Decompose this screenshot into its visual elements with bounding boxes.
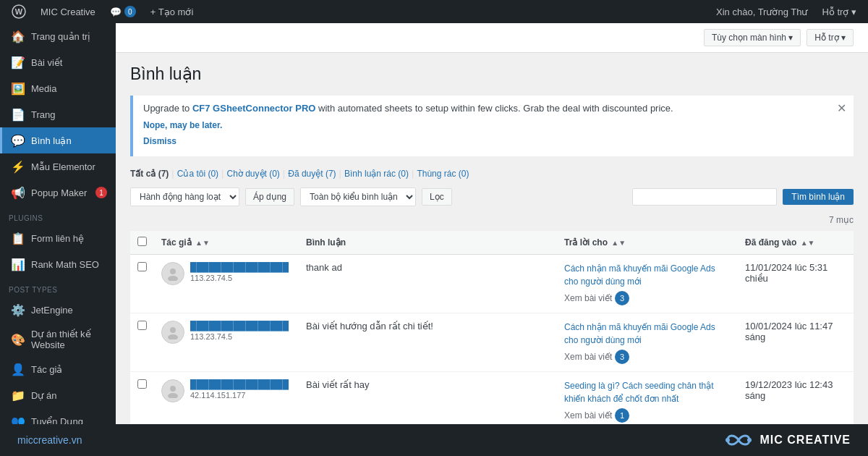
reply-post-link-1[interactable]: Cách nhận mã khuyến mãi Google Ads cho n… <box>564 321 731 347</box>
author-cell-1: ████████████████ 113.23.74.5 <box>154 313 299 372</box>
sidebar-item-rankmath-label: Rank Math SEO <box>31 259 99 270</box>
actions-left: Hành động hàng loạt Áp dụng Toàn bộ kiểu… <box>130 187 452 206</box>
reply-post-link-0[interactable]: Cách nhận mã khuyến mãi Google Ads cho n… <box>564 262 731 288</box>
select-all-checkbox[interactable] <box>137 237 147 246</box>
sidebar-item-comments[interactable]: 💬 Bình luận <box>0 127 116 153</box>
page-title: Bình luận <box>130 64 854 84</box>
admin-bar-left: W MIC Creative 💬 0 + Tạo mới <box>6 0 199 23</box>
sidebar-item-author-label: Tác giả <box>31 364 62 375</box>
new-item[interactable]: + Tạo mới <box>145 0 199 23</box>
design-icon: 🎨 <box>11 333 25 347</box>
notice-skip-link[interactable]: Nope, may be later. <box>143 118 843 134</box>
svg-text:W: W <box>15 7 23 16</box>
count-text: 7 mục <box>130 215 854 225</box>
date-cell-1: 10/01/2024 lúc 11:47 sáng <box>738 313 854 372</box>
screen-options-btn[interactable]: Tùy chọn màn hình ▾ <box>704 29 801 46</box>
row-checkbox-1 <box>130 313 154 372</box>
sidebar-item-jetengine[interactable]: ⚙️ JetEngine <box>0 297 116 323</box>
reply-post-link-2[interactable]: Seeding là gì? Cách seeding chân thật kh… <box>564 379 731 405</box>
reply-count-badge-1: 3 <box>615 350 629 364</box>
author-sort-icon[interactable]: ▲▼ <box>195 239 210 247</box>
help-btn[interactable]: Hỗ trợ ▾ <box>807 29 854 46</box>
row-checkbox-input-1[interactable] <box>137 321 147 330</box>
screen-options-label: Tùy chọn màn hình ▾ <box>712 33 793 43</box>
notice-links: Nope, may be later. Dismiss <box>143 118 843 149</box>
author-name-0[interactable]: ████████████████ <box>190 262 289 272</box>
comment-text-cell-0: thank ad <box>299 255 557 313</box>
row-checkbox-2 <box>130 372 154 424</box>
greeting[interactable]: Xin chào, Trường Thư <box>710 0 813 23</box>
reply-sort-icon[interactable]: ▲▼ <box>611 239 626 247</box>
filter-tab-all[interactable]: Tất cả (7) <box>130 169 169 179</box>
svg-point-7 <box>168 393 178 398</box>
filter-tab-trash[interactable]: Thùng rác (0) <box>417 169 469 179</box>
type-filter-select[interactable]: Toàn bộ kiểu bình luận <box>300 187 416 206</box>
svg-point-6 <box>170 386 176 392</box>
actions-right: Tìm bình luận <box>632 188 854 206</box>
filter-tab-spam[interactable]: Bình luận rác (0) <box>344 169 409 179</box>
sidebar-item-author[interactable]: 👤 Tác giả <box>0 356 116 382</box>
notice-text: Upgrade to <box>143 103 192 114</box>
apply-btn[interactable]: Áp dụng <box>245 188 294 206</box>
filter-tab-pending[interactable]: Chờ duyệt (0) <box>226 169 279 179</box>
recruitment-icon: 👥 <box>11 415 25 425</box>
sidebar-item-design-project[interactable]: 🎨 Dự án thiết kế Website <box>0 323 116 356</box>
sidebar-item-posts[interactable]: 📝 Bài viết <box>0 49 116 75</box>
site-name-item[interactable]: MIC Creative <box>35 0 101 23</box>
author-ip-1: 113.23.74.5 <box>190 332 289 341</box>
comment-count: 0 <box>124 6 136 17</box>
author-avatar-1 <box>161 321 184 344</box>
wp-logo-item[interactable]: W <box>6 0 32 23</box>
filter-tab-approved[interactable]: Đã duyệt (7) <box>288 169 336 179</box>
help-btn-label: Hỗ trợ ▾ <box>814 33 846 43</box>
sidebar-item-popup-maker[interactable]: 📢 Popup Maker 1 <box>0 180 116 206</box>
row-checkbox-input-0[interactable] <box>137 262 147 271</box>
reply-cell-1: Cách nhận mã khuyến mãi Google Ads cho n… <box>557 313 738 372</box>
notice-dismiss-link[interactable]: Dismiss <box>143 134 843 150</box>
author-name-2[interactable]: ████████████████ <box>190 379 289 389</box>
sidebar-item-project[interactable]: 📁 Dự án <box>0 382 116 408</box>
sidebar-item-elementor[interactable]: ⚡ Mẫu Elementor <box>0 153 116 180</box>
footer-logo: MIC CREATIVE <box>724 430 851 450</box>
notice-text-after: with automated sheets to setup within fe… <box>318 103 673 114</box>
sidebar-item-media[interactable]: 🖼️ Media <box>0 75 116 101</box>
greeting-text: Xin chào, Trường Thư <box>716 7 807 17</box>
sidebar-item-posts-label: Bài viết <box>31 57 62 68</box>
jetengine-icon: ⚙️ <box>11 303 25 317</box>
filter-tab-mine[interactable]: Của tôi (0) <box>177 169 218 179</box>
row-checkbox-input-2[interactable] <box>137 379 147 389</box>
footer-logo-icon <box>724 430 753 450</box>
filter-btn[interactable]: Lọc <box>422 188 452 206</box>
notice-link[interactable]: CF7 GSheetConnector PRO <box>192 103 315 114</box>
admin-bar-right: Xin chào, Trường Thư Hỗ trợ ▾ <box>710 0 862 23</box>
sidebar-item-media-label: Media <box>31 83 56 94</box>
view-post-link-2[interactable]: Xem bài viết <box>564 410 612 421</box>
sidebar-item-form-label: Form liên hệ <box>31 233 84 244</box>
notice-close-btn[interactable]: ✕ <box>837 101 846 115</box>
sidebar-item-pages[interactable]: 📄 Trang <box>0 101 116 127</box>
view-post-link-0[interactable]: Xem bài viết <box>564 293 612 303</box>
comment-text-0: thank ad <box>306 262 342 273</box>
help-button[interactable]: Hỗ trợ ▾ <box>816 0 862 23</box>
author-ip-2: 42.114.151.177 <box>190 391 289 400</box>
view-post-link-1[interactable]: Xem bài viết <box>564 352 612 362</box>
sidebar-item-dashboard[interactable]: 🏠 Trang quản trị <box>0 23 116 49</box>
row-checkbox-0 <box>130 255 154 313</box>
sidebar-item-recruitment[interactable]: 👥 Tuyển Dụng <box>0 408 116 424</box>
svg-point-5 <box>168 334 178 339</box>
comment-text-2: Bài viết rất hay <box>306 379 370 390</box>
reply-cell-0: Cách nhận mã khuyến mãi Google Ads cho n… <box>557 255 738 313</box>
comment-text-1: Bài viết hướng dẫn rất chi tiết! <box>306 321 433 332</box>
popup-badge: 1 <box>95 187 107 198</box>
svg-point-11 <box>747 438 752 442</box>
date-sort-icon[interactable]: ▲▼ <box>801 239 815 247</box>
bulk-action-select[interactable]: Hành động hàng loạt <box>130 187 239 206</box>
comment-item[interactable]: 💬 0 <box>104 0 142 23</box>
svg-point-4 <box>170 327 176 333</box>
comment-text-cell-1: Bài viết hướng dẫn rất chi tiết! <box>299 313 557 372</box>
author-name-1[interactable]: ████████████████ <box>190 321 289 331</box>
search-input[interactable] <box>632 188 777 206</box>
sidebar-item-form[interactable]: 📋 Form liên hệ <box>0 225 116 251</box>
sidebar-item-rankmath[interactable]: 📊 Rank Math SEO <box>0 251 116 277</box>
search-btn[interactable]: Tìm bình luận <box>783 189 854 205</box>
